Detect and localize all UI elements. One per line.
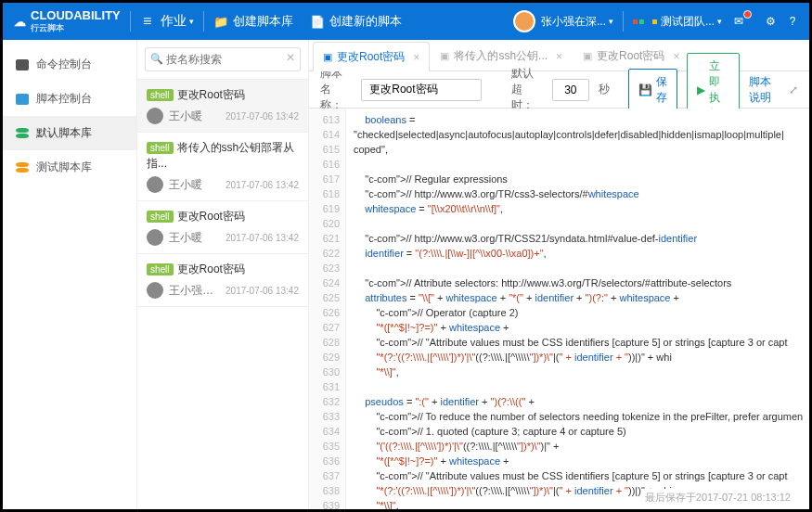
author-name: 王小暖 (169, 230, 220, 246)
tab-label: 将传入的ssh公钥... (454, 48, 548, 64)
team-icon (633, 19, 657, 24)
editor-tab[interactable]: ▣更改Root密码× (313, 42, 430, 71)
nav-test-lib[interactable]: 测试脚本库 (3, 150, 136, 185)
brand-logo: ☁ CLOUDABILITY 行云脚本 (12, 8, 121, 34)
author-name: 王小暖 (169, 177, 220, 193)
cloud-icon: ☁ (12, 14, 27, 29)
tab-label: 更改Root密码 (597, 48, 664, 64)
close-icon[interactable]: × (673, 50, 679, 63)
team-name[interactable]: 测试团队... (661, 14, 715, 30)
script-date: 2017-07-06 13:42 (226, 286, 299, 296)
top-bar: ☁ CLOUDABILITY 行云脚本 ≡ 作业 ▾ 📁 创建脚本库 📄 创建新… (3, 3, 809, 40)
author-name: 王小暖 (169, 109, 220, 124)
script-title: 更改Root密码 (177, 210, 245, 223)
terminal-icon (16, 59, 29, 70)
save-icon: 💾 (638, 83, 652, 96)
brand-sub: 行云脚本 (31, 22, 121, 34)
lang-tag: shell (147, 142, 174, 154)
search-input[interactable] (145, 47, 301, 71)
timeout-input[interactable] (552, 79, 589, 101)
editor-toolbar: 脚本名称： 默认超时： 秒 💾 保存 ▶ 立即执行 脚本说明 ⤢ (309, 71, 809, 109)
line-gutter: 613 614 615 616 617 618 619 620 621 622 … (309, 109, 346, 509)
gear-icon[interactable]: ⚙ (763, 14, 778, 29)
clear-icon[interactable]: ✕ (286, 51, 295, 64)
file-icon: ▣ (440, 50, 449, 62)
chevron-down-icon[interactable]: ▾ (189, 17, 194, 26)
author-avatar (147, 229, 163, 246)
notification-badge (743, 10, 752, 19)
file-icon: ▣ (323, 51, 332, 63)
script-title: 更改Root密码 (177, 88, 245, 101)
folder-plus-icon: 📁 (213, 14, 228, 29)
search-icon: 🔍 (150, 53, 163, 65)
timeout-label: 默认超时： (511, 66, 543, 113)
lang-tag: shell (147, 89, 174, 101)
play-icon: ▶ (697, 83, 705, 96)
editor-tab[interactable]: ▣将传入的ssh公钥...× (430, 41, 573, 70)
script-date: 2017-07-06 13:42 (226, 111, 299, 122)
name-label: 脚本名称： (320, 66, 352, 113)
expand-icon[interactable]: ⤢ (789, 83, 798, 96)
hamburger-icon[interactable]: ≡ (140, 14, 155, 29)
user-name[interactable]: 张小强在深... (541, 14, 606, 30)
author-name: 王小强在... (169, 283, 220, 299)
code-area[interactable]: booleans ="checked|selected|async|autofo… (346, 109, 809, 509)
lang-tag: shell (147, 211, 174, 223)
script-description-link[interactable]: 脚本说明 (749, 74, 774, 106)
close-icon[interactable]: × (413, 51, 419, 64)
timeout-unit: 秒 (599, 82, 610, 97)
search-box: 🔍 ✕ (137, 40, 308, 80)
author-avatar (147, 282, 163, 299)
status-bar: 最后保存于2017-07-21 08:13:12 (641, 489, 794, 506)
brand-name: CLOUDABILITY (31, 8, 121, 22)
database-icon (16, 162, 29, 173)
database-icon (16, 128, 29, 139)
script-item[interactable]: shell更改Root密码 王小强在...2017-07-06 13:42 (137, 254, 308, 307)
nav-default-lib[interactable]: 默认脚本库 (3, 116, 136, 150)
left-sidebar: 命令控制台 脚本控制台 默认脚本库 测试脚本库 (3, 40, 137, 509)
chevron-down-icon[interactable]: ▾ (609, 17, 613, 26)
save-button[interactable]: 💾 保存 (628, 69, 677, 111)
script-list-panel: 🔍 ✕ shell更改Root密码 王小暖2017-07-06 13:42she… (137, 40, 309, 509)
script-item[interactable]: shell更改Root密码 王小暖2017-07-06 13:42 (137, 80, 308, 133)
nav-script-console[interactable]: 脚本控制台 (3, 82, 136, 116)
menu-jobs[interactable]: 作业 (161, 13, 187, 30)
script-plus-icon: 📄 (310, 14, 325, 29)
lang-tag: shell (147, 263, 174, 275)
code-editor[interactable]: 613 614 615 616 617 618 619 620 621 622 … (309, 109, 809, 509)
script-title: 更改Root密码 (177, 262, 245, 275)
nav-command-console[interactable]: 命令控制台 (3, 47, 136, 82)
script-item[interactable]: shell更改Root密码 王小暖2017-07-06 13:42 (137, 201, 308, 254)
editor-panel: ▣更改Root密码×▣将传入的ssh公钥...×▣更改Root密码× 脚本名称：… (309, 40, 809, 509)
terminal-icon (16, 94, 29, 105)
script-date: 2017-07-06 13:42 (226, 233, 299, 243)
chevron-down-icon[interactable]: ▾ (717, 17, 722, 26)
user-avatar[interactable] (513, 10, 535, 32)
close-icon[interactable]: × (556, 50, 562, 63)
author-avatar (147, 176, 163, 193)
editor-tab[interactable]: ▣更改Root密码× (573, 41, 690, 70)
script-item[interactable]: shell将传入的ssh公钥部署从指... 王小暖2017-07-06 13:4… (137, 133, 308, 201)
tab-label: 更改Root密码 (337, 49, 405, 65)
file-icon: ▣ (583, 50, 592, 62)
create-script-link[interactable]: 📄 创建新的脚本 (310, 13, 402, 30)
script-date: 2017-07-06 13:42 (226, 180, 299, 190)
author-avatar (147, 108, 163, 124)
script-name-input[interactable] (361, 79, 482, 101)
mail-button[interactable]: ✉ (731, 14, 746, 29)
help-icon[interactable]: ? (785, 14, 800, 29)
create-script-lib-link[interactable]: 📁 创建脚本库 (213, 13, 293, 30)
